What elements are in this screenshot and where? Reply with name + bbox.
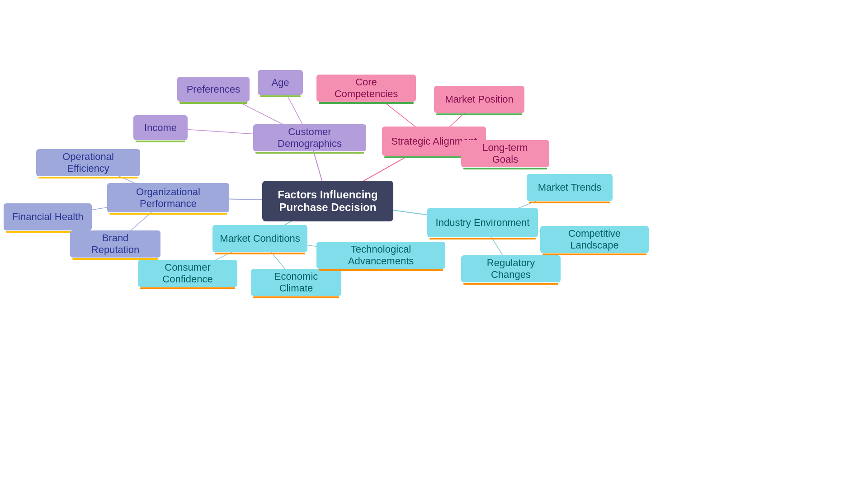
node-preferences[interactable]: Preferences: [177, 77, 250, 102]
label-operational-efficiency: Operational Efficiency: [43, 151, 133, 174]
node-brand-reputation[interactable]: Brand Reputation: [70, 230, 160, 258]
label-org-performance: Organizational Performance: [114, 186, 222, 210]
label-core-competencies: Core Competencies: [324, 76, 409, 100]
node-consumer-confidence[interactable]: Consumer Confidence: [138, 260, 237, 287]
label-market-trends: Market Trends: [538, 182, 602, 193]
label-brand-reputation: Brand Reputation: [77, 232, 153, 256]
node-market-position[interactable]: Market Position: [434, 86, 524, 113]
center-node[interactable]: Factors Influencing Purchase Decision: [262, 181, 393, 221]
label-competitive-landscape: Competitive Landscape: [547, 228, 642, 251]
node-financial-health[interactable]: Financial Health: [4, 203, 92, 230]
center-label: Factors Influencing Purchase Decision: [278, 188, 377, 214]
label-income: Income: [144, 122, 177, 134]
node-customer-demographics[interactable]: Customer Demographics: [253, 124, 366, 151]
node-core-competencies[interactable]: Core Competencies: [316, 75, 416, 102]
node-income[interactable]: Income: [133, 115, 188, 140]
label-customer-demographics: Customer Demographics: [260, 126, 359, 150]
label-market-position: Market Position: [445, 94, 514, 105]
node-tech-advancements[interactable]: Technological Advancements: [316, 242, 445, 269]
node-competitive-landscape[interactable]: Competitive Landscape: [540, 226, 649, 253]
label-preferences: Preferences: [187, 84, 241, 95]
node-regulatory-changes[interactable]: Regulatory Changes: [461, 255, 561, 282]
label-industry-environment: Industry Environment: [436, 217, 530, 229]
node-long-term-goals[interactable]: Long-term Goals: [461, 140, 549, 167]
node-org-performance[interactable]: Organizational Performance: [107, 183, 229, 212]
node-age[interactable]: Age: [258, 70, 303, 95]
node-market-conditions[interactable]: Market Conditions: [212, 225, 307, 252]
label-consumer-confidence: Consumer Confidence: [145, 262, 230, 285]
label-long-term-goals: Long-term Goals: [468, 142, 542, 165]
node-industry-environment[interactable]: Industry Environment: [427, 208, 538, 237]
node-operational-efficiency[interactable]: Operational Efficiency: [36, 149, 140, 176]
label-market-conditions: Market Conditions: [220, 233, 300, 244]
node-market-trends[interactable]: Market Trends: [527, 174, 613, 201]
label-age: Age: [271, 77, 289, 89]
label-financial-health: Financial Health: [12, 211, 84, 223]
label-economic-climate: Economic Climate: [258, 271, 334, 294]
node-economic-climate[interactable]: Economic Climate: [251, 269, 341, 296]
label-regulatory-changes: Regulatory Changes: [468, 257, 553, 281]
label-tech-advancements: Technological Advancements: [324, 244, 438, 267]
